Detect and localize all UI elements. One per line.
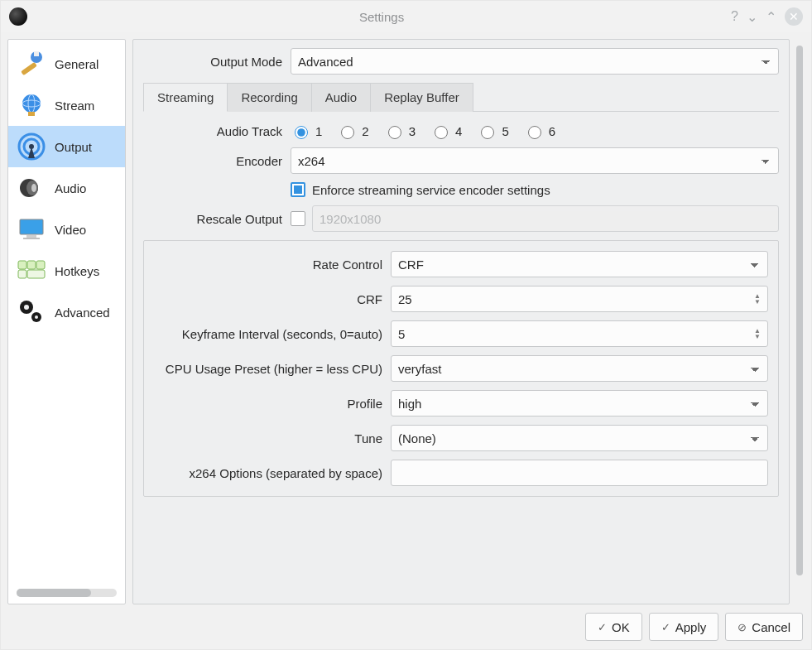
main-panel: Output Mode Advanced Streaming Recording… xyxy=(132,39,790,604)
sidebar-item-label: Advanced xyxy=(55,306,110,320)
crf-row: CRF 25▲▼ xyxy=(144,286,768,312)
enforce-checkbox[interactable] xyxy=(291,182,305,197)
speaker-icon xyxy=(15,171,48,205)
tune-label: Tune xyxy=(144,431,391,445)
output-mode-select[interactable]: Advanced xyxy=(291,48,779,75)
settings-window: Settings ? ⌄ ⌃ ✕ General xyxy=(0,0,812,650)
sidebar-item-general[interactable]: General xyxy=(8,43,125,84)
tab-recording[interactable]: Recording xyxy=(228,83,311,112)
sidebar-item-label: Stream xyxy=(55,99,94,113)
sidebar-item-label: General xyxy=(55,57,98,71)
cancel-button[interactable]: ⊘Cancel xyxy=(725,613,803,641)
svg-rect-6 xyxy=(28,112,35,116)
audio-track-5[interactable]: 5 xyxy=(477,123,508,139)
svg-point-12 xyxy=(31,184,36,192)
tab-replay-buffer[interactable]: Replay Buffer xyxy=(371,83,473,112)
tune-row: Tune (None) xyxy=(144,425,768,451)
sidebar-item-stream[interactable]: Stream xyxy=(8,84,125,126)
svg-point-3 xyxy=(22,94,41,113)
apply-button[interactable]: ✓Apply xyxy=(649,613,719,641)
rate-control-label: Rate Control xyxy=(144,258,391,272)
tab-streaming[interactable]: Streaming xyxy=(143,83,228,112)
wrench-icon xyxy=(15,47,48,80)
maximize-icon[interactable]: ⌃ xyxy=(766,9,776,25)
gears-icon xyxy=(15,296,48,329)
svg-rect-0 xyxy=(21,62,37,75)
sidebar-item-hotkeys[interactable]: Hotkeys xyxy=(8,250,125,291)
window-controls: ? ⌄ ⌃ ✕ xyxy=(731,7,803,26)
x264opts-input[interactable] xyxy=(391,460,768,486)
x264opts-label: x264 Options (separated by space) xyxy=(144,466,391,480)
audio-track-3[interactable]: 3 xyxy=(384,123,416,139)
close-icon[interactable]: ✕ xyxy=(785,7,803,26)
sidebar-item-audio[interactable]: Audio xyxy=(8,167,125,209)
body: General Stream Output xyxy=(1,32,811,604)
crf-input[interactable]: 25▲▼ xyxy=(391,286,768,312)
keyint-input[interactable]: 5▲▼ xyxy=(391,320,768,347)
audio-track-label: Audio Track xyxy=(143,124,291,138)
svg-point-24 xyxy=(35,315,38,319)
audio-track-row: Audio Track 1 2 3 4 5 6 xyxy=(143,123,779,139)
svg-rect-17 xyxy=(27,261,36,269)
minimize-icon[interactable]: ⌄ xyxy=(747,9,757,25)
rate-control-select[interactable]: CRF xyxy=(391,251,768,277)
ok-button[interactable]: ✓OK xyxy=(585,613,642,641)
svg-rect-20 xyxy=(27,270,45,278)
profile-label: Profile xyxy=(144,397,391,411)
monitor-icon xyxy=(15,213,48,246)
sidebar-item-video[interactable]: Video xyxy=(8,209,125,250)
audio-track-2[interactable]: 2 xyxy=(337,123,368,139)
keyint-label: Keyframe Interval (seconds, 0=auto) xyxy=(144,327,391,341)
crf-label: CRF xyxy=(144,292,391,306)
svg-rect-18 xyxy=(36,261,45,269)
tab-audio[interactable]: Audio xyxy=(312,83,371,112)
sidebar-scrollbar[interactable] xyxy=(17,589,117,597)
encoder-select[interactable]: x264 xyxy=(291,147,779,174)
main-scrollbar[interactable] xyxy=(795,46,805,598)
cancel-icon: ⊘ xyxy=(738,621,747,633)
rescale-label: Rescale Output xyxy=(143,212,291,226)
globe-icon xyxy=(15,89,48,122)
check-icon: ✓ xyxy=(661,621,670,633)
svg-rect-13 xyxy=(20,219,43,234)
profile-select[interactable]: high xyxy=(391,390,768,416)
preset-label: CPU Usage Preset (higher = less CPU) xyxy=(144,362,391,376)
main: Output Mode Advanced Streaming Recording… xyxy=(132,39,805,604)
dialog-buttons: ✓OK ✓Apply ⊘Cancel xyxy=(1,604,811,649)
sidebar-item-advanced[interactable]: Advanced xyxy=(8,291,125,333)
enforce-label: Enforce streaming service encoder settin… xyxy=(312,183,550,197)
encoder-options-group: Rate Control CRF CRF 25▲▼ Keyframe Inter… xyxy=(143,240,779,497)
audio-track-1[interactable]: 1 xyxy=(291,123,322,139)
sidebar-item-label: Video xyxy=(55,223,86,237)
svg-point-23 xyxy=(24,305,29,310)
svg-rect-16 xyxy=(18,261,26,269)
window-title: Settings xyxy=(32,10,731,24)
svg-rect-14 xyxy=(26,235,36,238)
rescale-select[interactable]: 1920x1080 xyxy=(312,205,779,232)
sidebar-item-label: Audio xyxy=(55,181,86,195)
svg-rect-2 xyxy=(34,51,39,56)
spinner-icon[interactable]: ▲▼ xyxy=(754,293,761,305)
sidebar-item-output[interactable]: Output xyxy=(8,126,125,167)
broadcast-icon xyxy=(15,130,48,163)
svg-rect-15 xyxy=(23,238,40,239)
keyint-row: Keyframe Interval (seconds, 0=auto) 5▲▼ xyxy=(144,320,768,347)
svg-point-9 xyxy=(29,144,34,149)
audio-track-radios: 1 2 3 4 5 6 xyxy=(291,123,779,139)
preset-row: CPU Usage Preset (higher = less CPU) ver… xyxy=(144,355,768,382)
app-icon xyxy=(9,7,27,26)
profile-row: Profile high xyxy=(144,390,768,416)
audio-track-4[interactable]: 4 xyxy=(430,123,462,139)
preset-select[interactable]: veryfast xyxy=(391,355,768,382)
rescale-checkbox[interactable] xyxy=(291,211,305,226)
spinner-icon[interactable]: ▲▼ xyxy=(754,328,761,339)
sidebar: General Stream Output xyxy=(7,39,126,604)
svg-rect-19 xyxy=(18,270,26,278)
help-icon[interactable]: ? xyxy=(731,9,738,24)
tune-select[interactable]: (None) xyxy=(391,425,768,451)
enforce-row: Enforce streaming service encoder settin… xyxy=(143,182,779,197)
audio-track-6[interactable]: 6 xyxy=(524,123,555,139)
keyboard-icon xyxy=(15,254,48,287)
check-icon: ✓ xyxy=(598,621,607,633)
output-mode-row: Output Mode Advanced xyxy=(143,48,779,75)
